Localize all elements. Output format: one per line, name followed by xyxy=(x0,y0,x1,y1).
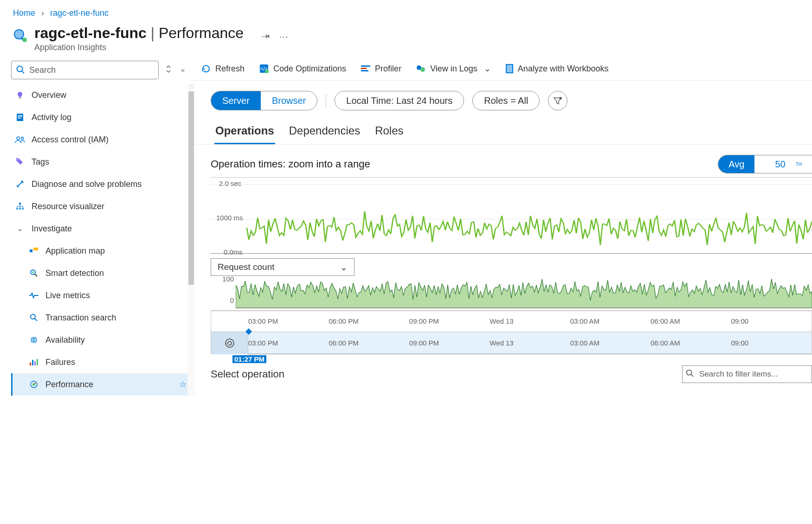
page-title: ragc-etl-ne-func | Performance xyxy=(34,25,244,42)
filter-operations-input[interactable] xyxy=(682,365,812,383)
xtick: 09:00 xyxy=(731,332,812,354)
svg-line-48 xyxy=(691,375,694,377)
server-browser-toggle[interactable]: Server Browser xyxy=(211,91,317,110)
sidebar-item-label: Resource visualizer xyxy=(32,202,104,211)
breadcrumb-home[interactable]: Home xyxy=(13,8,35,18)
chevron-down-icon: ⌄ xyxy=(484,64,491,74)
browser-toggle[interactable]: Browser xyxy=(261,91,317,110)
bars-icon xyxy=(30,359,38,365)
svg-rect-9 xyxy=(18,118,21,119)
sidebar-item-label: Overview xyxy=(32,90,66,100)
sidebar-item-label: Failures xyxy=(45,358,75,367)
sidebar-item-activity-log[interactable]: Activity log xyxy=(11,106,190,128)
workbook-icon xyxy=(506,64,513,73)
sidebar-group-label: Investigate xyxy=(32,224,72,234)
pin-icon[interactable]: 📌︎ xyxy=(259,29,273,44)
page-subtitle: Application Insights xyxy=(34,43,244,52)
profiler-button[interactable]: Profiler xyxy=(361,64,401,74)
sidebar-item-iam[interactable]: Access control (IAM) xyxy=(11,128,190,151)
code-opt-icon: </> xyxy=(259,64,269,73)
sidebar-item-application-map[interactable]: Application map xyxy=(11,240,190,262)
p50-toggle[interactable]: 50TH xyxy=(754,155,812,173)
xtick: 03:00 PM xyxy=(248,311,329,332)
svg-point-2 xyxy=(22,38,27,42)
sort-icon[interactable] xyxy=(162,65,174,75)
log-icon xyxy=(16,113,24,121)
time-range-pill[interactable]: Local Time: Last 24 hours xyxy=(335,91,464,110)
xtick: 06:00 AM xyxy=(651,311,731,332)
sidebar-item-visualizer[interactable]: Resource visualizer xyxy=(11,195,190,217)
time-axis[interactable]: 03:00 PM06:00 PM09:00 PMWed 1303:00 AM06… xyxy=(211,311,812,354)
svg-point-35 xyxy=(265,70,269,73)
avg-toggle[interactable]: Avg xyxy=(718,155,754,173)
roles-pill[interactable]: Roles = All xyxy=(472,91,540,110)
sidebar-item-transaction-search[interactable]: Transaction search xyxy=(11,307,190,329)
view-in-logs-button[interactable]: View in Logs ⌄ xyxy=(416,64,491,74)
svg-rect-6 xyxy=(17,114,23,121)
chevron-down-icon: ⌄ xyxy=(17,225,23,232)
percentile-toggle[interactable]: Avg 50TH xyxy=(718,155,812,173)
breadcrumb-resource[interactable]: ragc-etl-ne-func xyxy=(50,8,109,18)
sidebar-item-performance[interactable]: Performance ☆ xyxy=(11,373,190,396)
sidebar-item-label: Activity log xyxy=(32,113,71,122)
app-insights-icon xyxy=(13,28,28,43)
operation-times-chart[interactable]: 2.0 sec 1000 ms 0.0ms xyxy=(211,179,812,257)
sidebar-item-live-metrics[interactable]: Live metrics xyxy=(11,284,190,307)
logs-icon xyxy=(416,65,425,72)
workbooks-button[interactable]: Analyze with Workbooks xyxy=(506,64,609,74)
tab-operations[interactable]: Operations xyxy=(214,122,275,144)
server-toggle[interactable]: Server xyxy=(211,91,261,110)
sidebar-scrollbar[interactable] xyxy=(187,84,195,396)
tab-dependencies[interactable]: Dependencies xyxy=(288,122,361,144)
svg-rect-28 xyxy=(32,360,33,365)
svg-rect-16 xyxy=(22,208,24,210)
add-filter-button[interactable] xyxy=(548,91,567,110)
smart-detection-icon xyxy=(30,269,38,277)
svg-point-0 xyxy=(14,30,24,39)
sidebar-item-label: Application map xyxy=(45,246,105,256)
time-marker-label: 01:27 PM xyxy=(232,355,266,363)
svg-line-20 xyxy=(35,274,37,276)
svg-rect-8 xyxy=(18,116,22,117)
svg-rect-42 xyxy=(507,65,512,72)
svg-line-4 xyxy=(22,71,24,73)
sidebar-item-failures[interactable]: Failures xyxy=(11,351,190,373)
search-input[interactable] xyxy=(11,61,159,79)
time-axis-primary: 03:00 PM06:00 PM09:00 PMWed 1303:00 AM06… xyxy=(211,311,812,332)
code-optimizations-button[interactable]: </> Code Optimizations xyxy=(259,64,346,74)
performance-icon xyxy=(30,380,38,389)
sidebar-item-diagnose[interactable]: Diagnose and solve problems xyxy=(11,173,190,195)
breadcrumb-separator: › xyxy=(41,8,44,18)
sidebar-item-label: Diagnose and solve problems xyxy=(32,179,142,189)
sidebar-item-tags[interactable]: Tags xyxy=(11,151,190,173)
sidebar-item-overview[interactable]: Overview xyxy=(11,84,190,106)
globe-icon xyxy=(30,336,38,344)
more-icon[interactable]: ⋯ xyxy=(279,31,288,42)
svg-rect-17 xyxy=(30,249,32,252)
xtick: 03:00 AM xyxy=(570,332,651,354)
sidebar-item-availability[interactable]: Availability xyxy=(11,329,190,351)
svg-rect-37 xyxy=(361,68,367,69)
time-axis-overview[interactable]: 03:00 PM06:00 PM09:00 PMWed 1303:00 AM06… xyxy=(211,332,812,354)
sidebar-item-smart-detection[interactable]: Smart detection xyxy=(11,262,190,284)
svg-rect-30 xyxy=(37,359,38,365)
pulse-icon xyxy=(29,292,39,299)
people-icon xyxy=(15,136,25,143)
sidebar-item-label: Transaction search xyxy=(45,313,116,323)
reset-zoom-button[interactable] xyxy=(211,332,248,354)
tab-roles[interactable]: Roles xyxy=(374,122,404,144)
xtick: 06:00 AM xyxy=(651,332,731,354)
xtick: 06:00 PM xyxy=(329,311,409,332)
request-count-dropdown[interactable]: Request count ⌄ xyxy=(211,258,354,276)
app-map-icon xyxy=(30,248,38,254)
collapse-icon[interactable]: « xyxy=(178,66,187,74)
svg-rect-36 xyxy=(361,65,370,67)
sidebar-group-investigate[interactable]: ⌄ Investigate xyxy=(11,217,190,240)
refresh-button[interactable]: Refresh xyxy=(201,64,245,74)
svg-line-23 xyxy=(35,319,37,321)
tags-icon xyxy=(16,158,24,166)
chart-title: Operation times: zoom into a range xyxy=(211,158,718,170)
favorite-icon[interactable]: ☆ xyxy=(179,379,187,390)
undo-icon xyxy=(224,338,235,349)
request-count-chart[interactable]: 100 0 xyxy=(236,276,812,308)
